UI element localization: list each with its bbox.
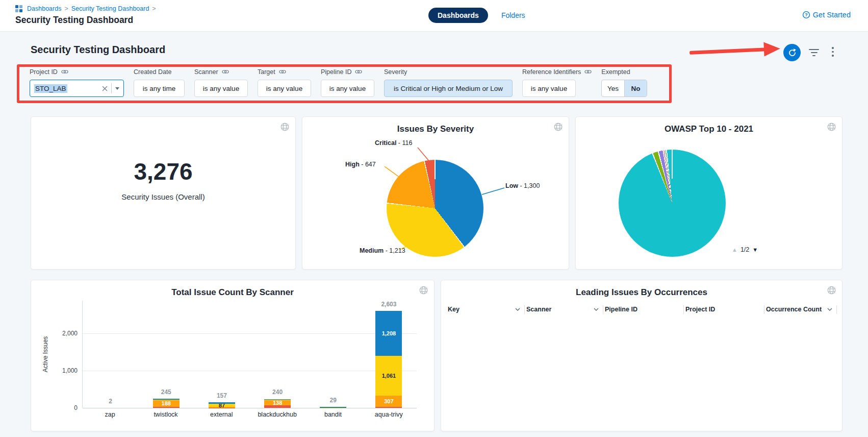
column-header-occurrence-count[interactable]: Occurrence Count bbox=[764, 305, 837, 314]
bar-chart-plot: 01,0002,000218824587157138240293071,0611… bbox=[82, 301, 417, 408]
severity-chart-title: Issues By Severity bbox=[323, 124, 548, 134]
column-header-pipeline-id[interactable]: Pipeline ID bbox=[603, 305, 684, 314]
bar-segment-medium[interactable] bbox=[153, 400, 180, 400]
exempted-no-option[interactable]: No bbox=[624, 80, 647, 96]
link-icon bbox=[355, 68, 362, 75]
target-value: is any value bbox=[266, 85, 302, 92]
bar-segment-critical[interactable] bbox=[153, 407, 180, 408]
pie-label-high: High - 647 bbox=[345, 161, 376, 168]
column-header-key[interactable]: Key bbox=[446, 305, 525, 314]
bar-segment-medium[interactable]: 87 bbox=[209, 404, 235, 407]
view-tabs: Dashboards Folders bbox=[428, 8, 525, 23]
severity-button[interactable]: is Critical or High or Medium or Low bbox=[384, 80, 513, 97]
severity-value: is Critical or High or Medium or Low bbox=[394, 85, 503, 92]
security-testing-dashboard-page: Dashboards > Security Testing Dashboard … bbox=[0, 0, 868, 437]
project-id-select[interactable]: STO_LAB bbox=[30, 80, 124, 97]
filter-scanner-label: Scanner bbox=[194, 68, 218, 76]
column-label: Project ID bbox=[685, 306, 715, 313]
tab-dashboards[interactable]: Dashboards bbox=[428, 8, 488, 23]
bar-segment-high[interactable]: 188 bbox=[153, 400, 180, 407]
more-options-button[interactable] bbox=[831, 47, 835, 57]
page-down-icon[interactable]: ▼ bbox=[752, 247, 758, 253]
pipeline-id-button[interactable]: is any value bbox=[321, 80, 374, 97]
card-issues-by-severity: Issues By Severity Critical - 116 High -… bbox=[302, 116, 569, 270]
chevron-down-icon bbox=[515, 308, 520, 311]
bar-segment-critical[interactable] bbox=[375, 407, 402, 408]
refresh-icon bbox=[787, 48, 797, 58]
pie-label-medium: Medium - 1,213 bbox=[360, 247, 405, 254]
pie-label-critical: Critical - 116 bbox=[375, 139, 412, 147]
chevron-down-icon bbox=[594, 308, 599, 311]
refresh-button[interactable] bbox=[783, 44, 801, 61]
bar-blackduckhub[interactable]: 138 bbox=[264, 399, 291, 408]
globe-icon bbox=[419, 286, 428, 297]
y-axis-label: Active Issues bbox=[42, 324, 49, 385]
bar-slot-zap: 2 bbox=[83, 301, 138, 408]
x-axis-label-blackduckhub: blackduckhub bbox=[249, 411, 305, 418]
clear-icon[interactable] bbox=[102, 86, 108, 91]
filter-project-id: Project ID STO_LAB bbox=[30, 68, 124, 97]
target-button[interactable]: is any value bbox=[258, 80, 311, 97]
owasp-chart-title: OWASP Top 10 - 2021 bbox=[596, 124, 822, 134]
bar-segment-medium[interactable] bbox=[264, 399, 291, 400]
bar-total-label: 2 bbox=[109, 398, 112, 405]
created-date-value: is any time bbox=[143, 85, 176, 92]
breadcrumb-separator: > bbox=[64, 5, 68, 12]
globe-icon bbox=[280, 123, 289, 133]
bar-segment-high[interactable]: 138 bbox=[264, 400, 291, 405]
column-label: Scanner bbox=[526, 306, 551, 313]
bar-chart-title: Total Issue Count By Scanner bbox=[52, 287, 414, 298]
chevron-down-icon[interactable] bbox=[115, 87, 119, 90]
dashboard-filters-button[interactable] bbox=[809, 49, 819, 56]
get-started-link[interactable]: ? Get Started bbox=[802, 11, 851, 19]
bar-slot-aqua-trivy: 3071,0611,2082,603 bbox=[361, 301, 417, 408]
gridline bbox=[83, 408, 417, 408]
bar-segment-high[interactable]: 307 bbox=[375, 396, 402, 407]
pipeline-id-value: is any value bbox=[329, 85, 366, 92]
table-title: Leading Issues By Occurrences bbox=[462, 287, 822, 298]
link-icon bbox=[61, 68, 68, 75]
tab-folders[interactable]: Folders bbox=[501, 11, 525, 19]
breadcrumb-current-link[interactable]: Security Testing Dashboard bbox=[71, 5, 149, 12]
chevron-down-icon bbox=[827, 308, 832, 311]
created-date-button[interactable]: is any time bbox=[134, 80, 185, 97]
filter-pipeline-id: Pipeline ID is any value bbox=[321, 68, 374, 97]
bar-segment-low[interactable] bbox=[320, 407, 346, 408]
column-header-scanner[interactable]: Scanner bbox=[525, 305, 603, 314]
filter-pipeline-id-label: Pipeline ID bbox=[321, 68, 351, 76]
severity-pie-chart[interactable] bbox=[387, 160, 483, 257]
bar-segment-low[interactable]: 1,208 bbox=[375, 311, 402, 356]
breadcrumb-dashboards-link[interactable]: Dashboards bbox=[27, 5, 61, 12]
bar-external[interactable]: 87 bbox=[209, 402, 235, 408]
breadcrumb: Dashboards > Security Testing Dashboard … bbox=[15, 5, 156, 12]
card-security-issues-overall: 3,276 Security Issues (Overall) bbox=[31, 116, 296, 270]
bar-twistlock[interactable]: 188 bbox=[153, 399, 180, 408]
exempted-yes-option[interactable]: Yes bbox=[602, 80, 624, 96]
dashboards-grid-icon bbox=[15, 5, 22, 12]
page-title: Security Testing Dashboard bbox=[15, 15, 133, 26]
filter-severity-label: Severity bbox=[384, 68, 407, 76]
card-total-issue-count-by-scanner: Total Issue Count By Scanner Active Issu… bbox=[31, 280, 435, 431]
page-up-icon[interactable]: ▲ bbox=[732, 247, 737, 253]
owasp-pie-chart[interactable] bbox=[619, 150, 726, 257]
y-axis-tick: 1,000 bbox=[62, 367, 78, 374]
x-axis-label-bandit: bandit bbox=[305, 411, 361, 418]
column-label: Occurrence Count bbox=[766, 306, 822, 313]
link-icon bbox=[279, 68, 286, 75]
reference-identifiers-value: is any value bbox=[531, 85, 567, 92]
bar-aqua-trivy[interactable]: 3071,0611,208 bbox=[375, 311, 402, 408]
bar-segment-low[interactable] bbox=[153, 399, 180, 399]
column-label: Key bbox=[448, 306, 459, 313]
scanner-button[interactable]: is any value bbox=[194, 80, 248, 97]
filter-target: Target is any value bbox=[258, 68, 311, 97]
x-axis-label-twistlock: twistlock bbox=[138, 411, 193, 418]
x-axis-label-external: external bbox=[194, 411, 249, 418]
globe-icon bbox=[554, 123, 563, 133]
reference-identifiers-button[interactable]: is any value bbox=[522, 80, 576, 97]
bar-segment-medium[interactable]: 1,061 bbox=[375, 356, 402, 395]
bar-segment-low[interactable] bbox=[209, 402, 235, 404]
bar-bandit[interactable] bbox=[320, 407, 346, 408]
column-header-project-id[interactable]: Project ID bbox=[684, 305, 764, 314]
bar-segment-low[interactable] bbox=[264, 399, 291, 400]
x-axis-label-zap: zap bbox=[82, 411, 138, 418]
